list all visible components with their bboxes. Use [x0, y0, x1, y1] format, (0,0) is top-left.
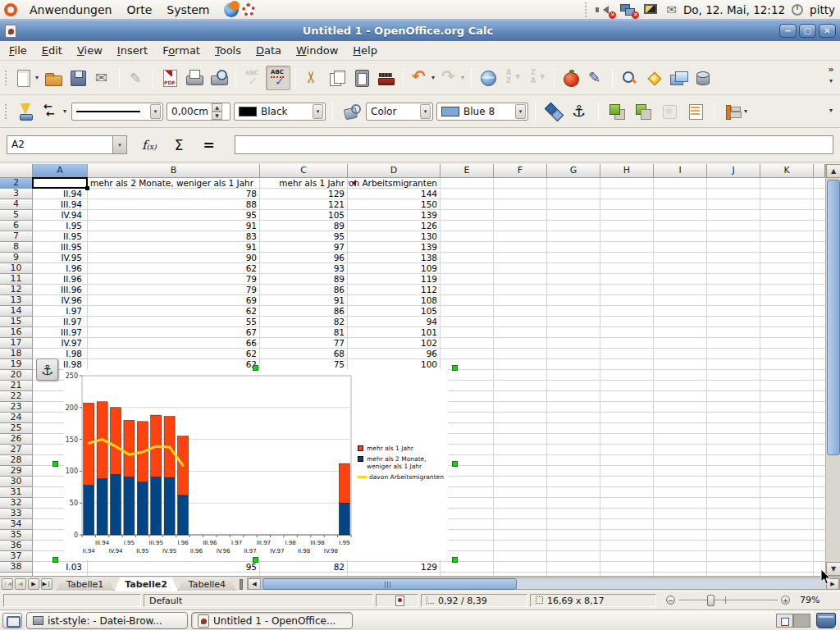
line-color-combo[interactable]: Black ▾ [234, 103, 326, 121]
cell-C17[interactable]: 77 [260, 338, 347, 349]
to-background-button[interactable] [684, 100, 707, 123]
line-style-dropdown[interactable]: ▾ [150, 104, 161, 119]
cell-D11[interactable]: 119 [348, 274, 440, 285]
redo-button[interactable]: ▾ [438, 66, 466, 89]
tray-grip[interactable] [585, 2, 589, 17]
new-document-button[interactable]: ▾ [12, 66, 40, 89]
row-header-38[interactable]: 38 [0, 562, 33, 573]
page-style-field[interactable]: Default [144, 594, 373, 607]
ubuntu-logo-icon[interactable] [4, 3, 17, 16]
spellcheck-button[interactable] [241, 66, 264, 89]
name-box[interactable]: A2 [7, 135, 113, 154]
network-icon[interactable]: ✕ [620, 2, 637, 17]
cell-B3[interactable]: 78 [88, 189, 259, 199]
cell-B8[interactable]: 91 [88, 242, 259, 253]
scroll-left-button[interactable]: ◀ [248, 578, 261, 590]
cell-D15[interactable]: 94 [348, 317, 440, 327]
cell-D9[interactable]: 138 [348, 253, 440, 263]
sheet-tab-tabelle1[interactable]: Tabelle1 [56, 578, 114, 591]
area-style-dropdown[interactable]: ▾ [420, 104, 431, 119]
cell-C18[interactable]: 68 [260, 349, 347, 359]
menu-window[interactable]: Window [289, 42, 345, 59]
to-foreground-button[interactable] [658, 100, 681, 123]
last-sheet-button[interactable]: ▶❘ [41, 578, 52, 590]
cell-A4[interactable]: III.94 [33, 199, 87, 210]
selection-handle[interactable] [452, 557, 458, 563]
sort-descending-button[interactable] [526, 66, 549, 89]
toolbar-overflow[interactable]: » ▾ [824, 64, 838, 92]
cell-B9[interactable]: 90 [88, 253, 259, 263]
fill-color-combo[interactable]: Blue 8 ▾ [436, 103, 528, 121]
show-desktop-button[interactable] [2, 613, 22, 628]
page-preview-button[interactable] [208, 66, 231, 89]
scroll-down-button[interactable]: ▼ [826, 562, 840, 576]
column-header-H[interactable]: H [600, 164, 654, 178]
column-header-C[interactable]: C [260, 164, 348, 178]
cell-C10[interactable]: 93 [260, 263, 347, 274]
save-button[interactable] [66, 66, 89, 89]
hyperlink-button[interactable] [477, 66, 500, 89]
cell-D4[interactable]: 150 [348, 199, 440, 210]
zoom-in-button[interactable]: + [781, 596, 790, 605]
line-style-combo[interactable]: ▾ [71, 103, 163, 121]
cell-B4[interactable]: 88 [88, 199, 259, 210]
cell-B7[interactable]: 83 [88, 231, 259, 242]
panel-menu-system[interactable]: System [159, 2, 217, 18]
minimize-button[interactable]: ‒ [779, 24, 797, 38]
toolbar-grip-2[interactable] [5, 104, 9, 119]
workspace-switcher[interactable] [776, 614, 810, 628]
panel-menu-orte[interactable]: Orte [119, 2, 159, 18]
fill-handle[interactable] [85, 186, 89, 190]
sum-button[interactable]: Σ [175, 137, 184, 153]
cell-B38[interactable]: 95 [88, 562, 259, 573]
cell-A15[interactable]: II.97 [33, 317, 87, 327]
chart-anchor-icon[interactable]: ⚓ [36, 358, 58, 381]
cell-A7[interactable]: II.95 [33, 231, 87, 242]
cell-C11[interactable]: 89 [260, 274, 347, 285]
cell-A12[interactable]: III.96 [33, 285, 87, 295]
column-header-B[interactable]: B [88, 164, 260, 178]
cell-C14[interactable]: 86 [260, 306, 347, 317]
insert-chart-button[interactable] [559, 66, 582, 89]
zoom-percent[interactable]: 79% [795, 594, 836, 607]
sort-ascending-button[interactable] [501, 66, 524, 89]
maximize-button[interactable]: ▢ [799, 24, 816, 38]
bring-to-front-button[interactable] [605, 100, 628, 123]
workspace-1[interactable] [776, 614, 793, 628]
workspace-2[interactable] [793, 614, 810, 628]
undo-button[interactable]: ▾ [409, 66, 436, 89]
toolbar-grip[interactable] [5, 71, 9, 85]
cell-D17[interactable]: 102 [348, 338, 440, 349]
zoom-out-button[interactable]: − [666, 596, 675, 605]
formula-input-line[interactable] [235, 135, 833, 154]
cell-A13[interactable]: IV.96 [33, 295, 87, 306]
column-header-I[interactable]: I [654, 164, 707, 178]
previous-sheet-button[interactable]: ◀ [15, 578, 26, 590]
navigator-button[interactable] [642, 66, 665, 89]
cell-D7[interactable]: 130 [348, 231, 440, 242]
change-anchor-button[interactable] [568, 100, 591, 123]
menu-format[interactable]: Format [155, 42, 208, 59]
scroll-up-button[interactable]: ▲ [826, 164, 840, 178]
gallery-button[interactable] [667, 66, 690, 89]
cell-B11[interactable]: 79 [88, 274, 259, 285]
selection-handle[interactable] [452, 365, 458, 371]
arrow-style-button[interactable]: ▾ [40, 100, 68, 123]
column-header-D[interactable]: D [348, 164, 441, 178]
horizontal-scrollbar-thumb[interactable] [262, 578, 517, 590]
draw-functions-button[interactable] [584, 66, 607, 89]
select-all-corner[interactable] [0, 164, 33, 178]
zoom-slider-track[interactable] [679, 600, 778, 601]
cell-B6[interactable]: 91 [88, 221, 259, 231]
line-width-spin-buttons[interactable]: ▲▼ [212, 103, 222, 120]
cell-C9[interactable]: 96 [260, 253, 347, 263]
area-style-combo[interactable]: Color ▾ [366, 103, 433, 121]
cell-B2[interactable]: mehr als 2 Monate, weniger als 1 Jahr [88, 178, 259, 189]
cell-C2[interactable]: mehr als 1 Jahr [260, 178, 347, 189]
cell-A9[interactable]: IV.95 [33, 253, 87, 263]
column-header-K[interactable]: K [760, 164, 814, 178]
cell-C12[interactable]: 86 [260, 285, 347, 295]
vertical-scrollbar-thumb[interactable] [827, 180, 840, 455]
copy-button[interactable] [326, 66, 349, 89]
help-launcher-icon[interactable] [242, 3, 255, 16]
